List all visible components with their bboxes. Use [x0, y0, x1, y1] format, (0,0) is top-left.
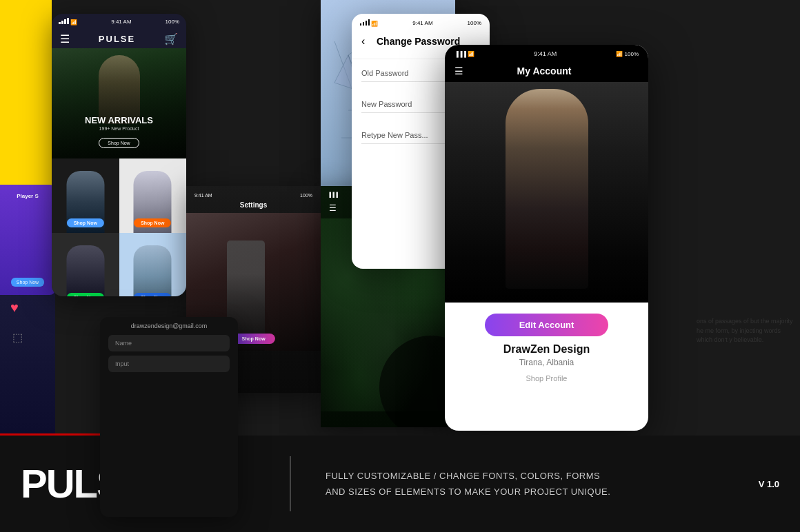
person-silhouette-3	[66, 245, 104, 296]
product-cell-3: Shop Now	[52, 233, 119, 296]
pulse-time: 9:41 AM	[111, 19, 131, 25]
product-btn-2[interactable]: Shop Now	[134, 218, 171, 227]
pw-battery-text: 100%	[468, 20, 481, 26]
profile-name-input[interactable]: Name	[108, 335, 230, 351]
my-account-screen: ▐▐▐ 📶 9:41 AM 📶 100% ☰ My Account Edit A…	[445, 45, 648, 431]
account-header: ☰ My Account	[445, 63, 648, 82]
pulse-app-name: PULSE	[99, 34, 135, 44]
profile-email: drawzendesign@gmail.com	[100, 317, 238, 335]
product-btn-1[interactable]: Shop Now	[67, 218, 104, 227]
account-status-bar: ▐▐▐ 📶 9:41 AM 📶 100%	[445, 45, 648, 63]
pulse-screen: 📶 9:41 AM 100% ☰ PULSE 🛒 NEW ARRIVALS 19…	[52, 14, 186, 296]
tagline-area: FULLY CUSTOMIZABLE / CHANGE FONTS, COLOR…	[326, 468, 738, 500]
profile-inputs: Name Input	[100, 335, 238, 372]
account-person-photo	[445, 82, 648, 303]
pulse-battery: 100%	[166, 19, 179, 25]
tagline-line1: FULLY CUSTOMIZABLE / CHANGE FONTS, COLOR…	[326, 468, 738, 484]
tagline-line2: AND SIZES OF ELEMENTS TO MAKE YOUR PROJE…	[326, 484, 738, 500]
account-location: Tirana, Albania	[456, 358, 637, 367]
ma-signal-icon: ▐▐▐ 📶	[454, 51, 474, 57]
hero-text: NEW ARRIVALS 199+ New Product Shop Now	[85, 115, 153, 148]
pulse-header: ☰ PULSE 🛒	[52, 30, 186, 48]
settings-battery: 100%	[300, 193, 312, 198]
edit-account-button[interactable]: Edit Account	[485, 314, 609, 336]
account-hero-image	[445, 82, 648, 303]
hero-title: NEW ARRIVALS	[85, 115, 153, 126]
pulse-status-signal: 📶	[59, 18, 77, 25]
password-status-bar: 📶 9:41 AM 100%	[352, 14, 490, 32]
cart-icon[interactable]: 🛒	[164, 32, 178, 45]
account-name: DrawZen Design	[456, 343, 637, 356]
product-btn-4[interactable]: Shop Now	[134, 293, 171, 296]
discover-menu-icon[interactable]: ☰	[329, 203, 337, 213]
divider	[290, 456, 291, 511]
hero-shop-btn[interactable]: Shop Now	[99, 138, 139, 148]
menu-icon[interactable]: ☰	[60, 32, 70, 45]
signal-icon	[59, 18, 69, 24]
product-btn-3[interactable]: Shop Now	[67, 293, 104, 296]
settings-shop-btn[interactable]: Shop Now	[232, 334, 274, 344]
account-title: My Account	[517, 65, 572, 76]
product-cell-1: Shop Now	[52, 158, 119, 233]
discover-signal: ▐▐▐	[328, 192, 338, 197]
account-content: Edit Account DrawZen Design Tirana, Alba…	[445, 303, 648, 393]
profile-other-input[interactable]: Input	[108, 356, 230, 372]
settings-status-bar: 9:41 AM 100%	[186, 186, 321, 201]
person-silhouette-4	[134, 245, 172, 296]
product-grid: Shop Now Shop Now Shop Now Shop Now	[52, 158, 186, 296]
ma-time: 9:41 AM	[534, 50, 557, 57]
back-arrow-icon[interactable]: ‹	[361, 35, 365, 48]
background-text-right: ons of passages of but the majority he m…	[697, 317, 793, 345]
pw-time: 9:41 AM	[412, 20, 432, 26]
version-label: V 1.0	[759, 479, 779, 489]
bg-text-content: ons of passages of but the majority he m…	[697, 318, 793, 343]
ma-battery-text: 100%	[625, 51, 639, 57]
pw-signal-icon	[360, 19, 370, 25]
dark-profile-screen: drawzendesign@gmail.com Name Input	[100, 317, 238, 517]
pw-signal: 📶	[360, 19, 378, 27]
account-menu-icon[interactable]: ☰	[454, 65, 463, 76]
hero-subtitle: 199+ New Product	[85, 126, 153, 131]
ma-battery-icon: 📶 100%	[616, 51, 639, 57]
bolt-screen-container: READY	[186, 0, 321, 186]
product-cell-2: Shop Now	[119, 158, 187, 233]
pulse-status-bar: 📶 9:41 AM 100%	[52, 14, 186, 30]
shop-profile-link[interactable]: Shop Profile	[456, 374, 637, 382]
settings-time: 9:41 AM	[194, 193, 212, 198]
pulse-hero: NEW ARRIVALS 199+ New Product Shop Now	[52, 48, 186, 158]
settings-title: Settings	[186, 201, 321, 213]
product-cell-4: Shop Now	[119, 233, 187, 296]
